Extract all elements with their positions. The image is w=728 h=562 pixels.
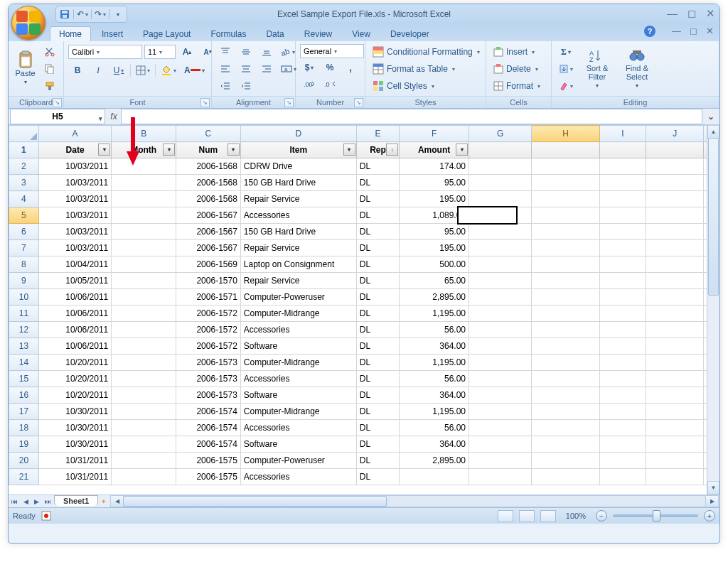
cell-E17[interactable]: DL xyxy=(356,404,400,420)
cell-D6[interactable]: 150 GB Hard Drive xyxy=(240,224,356,240)
row-header-17[interactable]: 17 xyxy=(9,404,39,420)
cell-J7[interactable] xyxy=(646,240,704,256)
cell-D4[interactable]: Repair Service xyxy=(240,191,356,207)
filter-header-month[interactable]: Month▾ xyxy=(112,142,176,158)
cell-H7[interactable] xyxy=(532,240,599,256)
filter-button-rep[interactable]: ↓ xyxy=(386,144,398,156)
mdi-minimize-button[interactable]: — xyxy=(672,26,681,36)
grow-font-button[interactable]: A▴ xyxy=(178,44,196,60)
cell-C2[interactable]: 2006-1568 xyxy=(176,158,241,175)
filter-header-rep[interactable]: Rep↓ xyxy=(356,142,400,158)
cell-J14[interactable] xyxy=(646,355,704,371)
tab-nav-last[interactable]: ⏭ xyxy=(42,498,54,505)
row-header-1[interactable]: 1 xyxy=(9,142,39,158)
cell-G2[interactable] xyxy=(469,158,532,175)
column-header-H[interactable]: H xyxy=(532,126,599,142)
increase-indent-button[interactable] xyxy=(237,78,255,94)
cell-G3[interactable] xyxy=(469,175,532,191)
cell-I17[interactable] xyxy=(599,404,646,420)
cell-B11[interactable] xyxy=(112,306,176,322)
cell-F2[interactable]: 174.00 xyxy=(400,158,469,175)
cell-B14[interactable] xyxy=(112,355,176,371)
cut-button[interactable] xyxy=(41,44,59,60)
filter-button-item[interactable]: ▾ xyxy=(343,144,355,156)
row-header-11[interactable]: 11 xyxy=(9,306,39,322)
cell-E19[interactable]: DL xyxy=(356,436,400,453)
filter-button-date[interactable]: ▾ xyxy=(98,144,110,156)
borders-button[interactable] xyxy=(133,63,153,78)
orientation-button[interactable]: ab xyxy=(278,44,298,60)
column-header-J[interactable]: J xyxy=(646,126,704,142)
cell-J4[interactable] xyxy=(646,191,704,207)
cell-H2[interactable] xyxy=(532,158,599,175)
cell-G9[interactable] xyxy=(469,273,532,289)
clear-button[interactable] xyxy=(556,78,576,94)
cell-D21[interactable]: Accessories xyxy=(240,469,356,485)
font-name-select[interactable]: Calibri▾ xyxy=(68,45,142,59)
mdi-close-button[interactable]: ✕ xyxy=(706,26,714,36)
cell-F3[interactable]: 95.00 xyxy=(400,175,469,191)
redo-icon[interactable]: ↷ xyxy=(95,9,106,20)
cell-E2[interactable]: DL xyxy=(356,158,400,175)
cell-A10[interactable]: 10/06/2011 xyxy=(38,289,111,306)
cell-D3[interactable]: 150 GB Hard Drive xyxy=(240,175,356,191)
cell-J6[interactable] xyxy=(646,224,704,240)
percent-format-button[interactable]: % xyxy=(321,60,339,75)
cell-H15[interactable] xyxy=(532,371,599,387)
cell-I21[interactable] xyxy=(599,469,646,485)
cell-F6[interactable]: 95.00 xyxy=(400,224,469,240)
page-layout-view-button[interactable] xyxy=(519,510,535,522)
cell-H5[interactable] xyxy=(532,207,599,224)
cell-J8[interactable] xyxy=(646,256,704,273)
cell-C6[interactable]: 2006-1567 xyxy=(176,224,241,240)
mdi-restore-button[interactable]: ◻ xyxy=(690,26,697,36)
bold-button[interactable]: B xyxy=(68,63,87,78)
cell-J12[interactable] xyxy=(646,322,704,338)
cell-D8[interactable]: Laptop on Consignment xyxy=(240,256,356,273)
scroll-right-button[interactable]: ▶ xyxy=(705,495,719,507)
cell-C10[interactable]: 2006-1571 xyxy=(176,289,241,306)
tab-review[interactable]: Review xyxy=(295,26,341,41)
cell-H19[interactable] xyxy=(532,436,599,453)
cell-F8[interactable]: 500.00 xyxy=(400,256,469,273)
cell-B3[interactable] xyxy=(112,175,176,191)
cell-B19[interactable] xyxy=(112,436,176,453)
align-middle-button[interactable] xyxy=(237,44,255,60)
tab-data[interactable]: Data xyxy=(257,26,293,41)
horizontal-scrollbar[interactable]: ◀ ▶ xyxy=(122,495,707,507)
cell-A6[interactable]: 10/03/2011 xyxy=(38,224,111,240)
cell-A4[interactable]: 10/03/2011 xyxy=(38,191,111,207)
cell-A17[interactable]: 10/30/2011 xyxy=(38,404,111,420)
cell-H1[interactable] xyxy=(532,142,599,158)
cell-F4[interactable]: 195.00 xyxy=(400,191,469,207)
cell-J9[interactable] xyxy=(646,273,704,289)
autosum-button[interactable]: Σ xyxy=(556,44,576,60)
filter-header-amount[interactable]: Amount▾ xyxy=(400,142,469,158)
row-header-13[interactable]: 13 xyxy=(9,338,39,355)
row-header-10[interactable]: 10 xyxy=(9,289,39,306)
save-icon[interactable] xyxy=(59,9,70,20)
cell-I20[interactable] xyxy=(599,453,646,469)
cell-styles-button[interactable]: Cell Styles xyxy=(370,78,486,94)
number-dialog-launcher[interactable]: ↘ xyxy=(354,98,363,107)
scroll-down-button[interactable]: ▼ xyxy=(707,481,719,495)
tab-page-layout[interactable]: Page Layout xyxy=(134,26,200,41)
copy-button[interactable] xyxy=(41,61,59,77)
formula-expand-button[interactable]: ⌄ xyxy=(705,112,717,121)
row-header-3[interactable]: 3 xyxy=(9,175,39,191)
row-header-14[interactable]: 14 xyxy=(9,355,39,371)
cell-D2[interactable]: CDRW Drive xyxy=(240,158,356,175)
cell-H9[interactable] xyxy=(532,273,599,289)
cell-F12[interactable]: 56.00 xyxy=(400,322,469,338)
tab-nav-first[interactable]: ⏮ xyxy=(9,498,21,505)
cell-B5[interactable] xyxy=(112,207,176,224)
cell-E9[interactable]: DL xyxy=(356,273,400,289)
maximize-button[interactable]: ◻ xyxy=(687,7,696,20)
cell-E14[interactable]: DL xyxy=(356,355,400,371)
cell-D18[interactable]: Accessories xyxy=(240,420,356,436)
cell-E6[interactable]: DL xyxy=(356,224,400,240)
cell-I10[interactable] xyxy=(599,289,646,306)
cell-C16[interactable]: 2006-1573 xyxy=(176,387,241,404)
cell-G8[interactable] xyxy=(469,256,532,273)
cell-C5[interactable]: 2006-1567 xyxy=(176,207,241,224)
